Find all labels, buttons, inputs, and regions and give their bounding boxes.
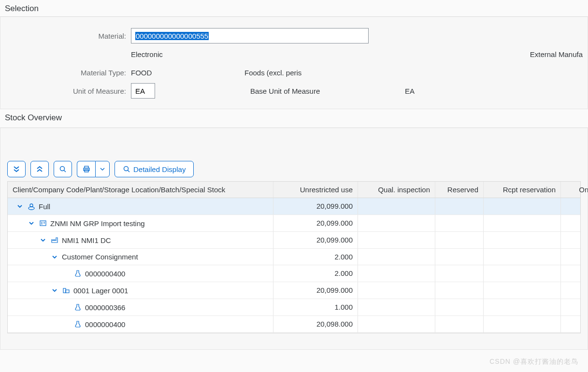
col-hierarchy[interactable]: Client/Company Code/Plant/Storage Locati… (8, 182, 273, 198)
detailed-display-button[interactable]: Detailed Display (115, 161, 194, 177)
col-unrestricted[interactable]: Unrestricted use (273, 182, 358, 198)
svg-point-5 (124, 167, 129, 171)
node-label: Full (39, 202, 50, 211)
svg-line-1 (64, 171, 66, 172)
cell-onorder (561, 265, 588, 282)
external-manufacturer-label: External Manufa (530, 50, 583, 58)
material-input[interactable]: 000000000000000555 (131, 28, 369, 43)
table-row[interactable]: ZNMI NM GRP Import testing20,099.000 (8, 215, 580, 232)
row-material: Material: 000000000000000555 (5, 27, 583, 45)
uom-input[interactable] (131, 83, 155, 99)
cell-rcpt (484, 316, 561, 332)
cell-qual (358, 282, 435, 299)
cell-onorder (561, 232, 588, 248)
cell-onorder (561, 282, 588, 299)
table-row[interactable]: 00000003661.000 (8, 299, 580, 316)
svg-point-0 (60, 167, 65, 171)
cell-reserved (435, 215, 484, 231)
table-row[interactable]: Customer Consignment2.000 (8, 249, 580, 265)
col-rcpt-reservation[interactable]: Rcpt reservation (484, 182, 561, 198)
material-input-value: 000000000000000555 (135, 32, 209, 40)
cell-reserved (435, 299, 484, 315)
chevron-down-icon (100, 166, 105, 172)
cell-rcpt (484, 299, 561, 315)
search-icon (123, 165, 130, 173)
table-row[interactable]: 0001 Lager 000120,099.000 (8, 282, 580, 299)
cell-reserved (435, 249, 484, 265)
node-label: Customer Consignment (62, 253, 138, 261)
expand-toggle[interactable] (27, 220, 36, 226)
row-uom: Unit of Measure: Base Unit of Measure EA (5, 82, 583, 100)
cell-unrestricted: 20,099.000 (273, 198, 358, 215)
node-label: 0000000400 (85, 270, 125, 278)
batch-icon (73, 303, 82, 312)
label-material-type: Material Type: (5, 69, 131, 77)
company-icon (39, 219, 47, 228)
double-chevron-down-icon (13, 165, 20, 173)
collapse-all-button[interactable] (30, 161, 49, 177)
label-uom: Unit of Measure: (5, 87, 131, 95)
cell-qual (358, 316, 435, 332)
cell-rcpt (484, 232, 561, 248)
selection-form: Material: 000000000000000555 Electronic … (0, 16, 588, 109)
watermark: CSDN @喜欢打酱油的老鸟 (489, 358, 578, 366)
cell-unrestricted: 20,099.000 (273, 282, 358, 299)
col-qual-inspection[interactable]: Qual. inspection (358, 182, 435, 198)
label-material: Material: (5, 32, 131, 40)
row-material-type: Material Type: FOOD Foods (excl. peris (5, 63, 583, 82)
selection-title: Selection (0, 0, 588, 16)
material-description: Electronic (131, 50, 163, 58)
cell-qual (358, 232, 435, 248)
sloc-icon (62, 286, 71, 295)
cell-unrestricted: 1.000 (273, 299, 358, 315)
cell-qual (358, 215, 435, 231)
print-dropdown-button[interactable] (95, 161, 110, 177)
cell-rcpt (484, 265, 561, 282)
print-icon (83, 165, 90, 173)
table-row[interactable]: NMI1 NMI1 DC20,099.000 (8, 232, 580, 249)
cell-qual (358, 299, 435, 315)
search-button[interactable] (54, 161, 72, 177)
expand-toggle[interactable] (50, 287, 59, 293)
cell-unrestricted: 20,099.000 (273, 215, 358, 231)
cell-reserved (435, 198, 484, 215)
col-on-order[interactable]: On-Or (561, 182, 588, 198)
base-uom-label: Base Unit of Measure (250, 87, 400, 95)
cell-qual (358, 249, 435, 265)
double-chevron-up-icon (36, 165, 43, 173)
col-reserved[interactable]: Reserved (435, 182, 484, 198)
cell-onorder (561, 215, 588, 231)
table-row[interactable]: Full20,099.000 (8, 198, 580, 215)
expand-toggle[interactable] (15, 203, 24, 209)
expand-toggle[interactable] (50, 254, 59, 260)
svg-rect-15 (66, 290, 69, 293)
cell-rcpt (484, 215, 561, 231)
full-icon (27, 202, 36, 211)
cell-unrestricted: 20,098.000 (273, 316, 358, 332)
row-material-desc: Electronic External Manufa (5, 45, 583, 63)
toolbar: Detailed Display (0, 158, 588, 181)
cell-onorder (561, 316, 588, 332)
svg-point-7 (30, 204, 33, 207)
material-type-desc: Foods (excl. peris (244, 69, 301, 77)
table-row[interactable]: 000000040020,098.000 (8, 316, 580, 333)
cell-reserved (435, 232, 484, 248)
cell-onorder (561, 198, 588, 215)
node-label: NMI1 NMI1 DC (62, 236, 111, 244)
search-icon (59, 165, 67, 173)
cell-rcpt (484, 282, 561, 299)
table-row[interactable]: 00000004002.000 (8, 265, 580, 282)
table-header: Client/Company Code/Plant/Storage Locati… (8, 182, 580, 198)
batch-icon (73, 269, 82, 278)
svg-rect-14 (63, 288, 66, 293)
cell-rcpt (484, 198, 561, 215)
expand-toggle[interactable] (39, 237, 47, 243)
material-type-value: FOOD (131, 69, 240, 77)
print-button[interactable] (77, 161, 95, 177)
expand-all-button[interactable] (7, 161, 26, 177)
stock-table: Client/Company Code/Plant/Storage Locati… (7, 181, 581, 333)
cell-rcpt (484, 249, 561, 265)
node-label: 0000000366 (85, 303, 125, 312)
cell-reserved (435, 316, 484, 332)
cell-unrestricted: 2.000 (273, 249, 358, 265)
